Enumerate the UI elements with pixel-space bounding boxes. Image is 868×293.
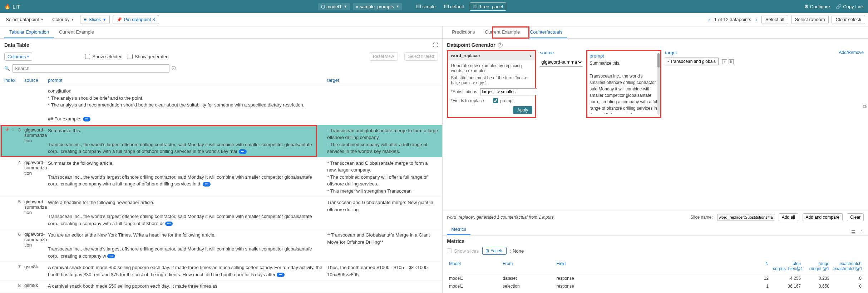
fields-label: *Fields to replace xyxy=(451,98,490,103)
layout-three-panel[interactable]: three_panel xyxy=(470,3,507,11)
generator-status-text: word_replacer: generated 1 counterfactua… xyxy=(447,215,686,220)
help-icon[interactable]: ? xyxy=(498,43,503,48)
substitutions-label: *Substitutions xyxy=(451,89,477,94)
source-dropdown[interactable]: gigaword-summarization xyxy=(540,58,583,67)
prev-datapoint-button[interactable]: ‹ xyxy=(707,17,711,23)
generator-target: target Add/Remove ＋ 🗑 xyxy=(665,50,864,118)
left-tabs: Tabular Exploration Current Example xyxy=(0,26,442,39)
table-row[interactable]: 7 gsm8k A carnival snack booth made $50 … xyxy=(0,262,442,280)
slice-name-input[interactable] xyxy=(717,214,774,220)
table-row[interactable]: 8 gsm8k A carnival snack booth made $50 … xyxy=(0,280,442,292)
generator-body: word_replacer ▲ Generate new examples by… xyxy=(443,50,868,118)
info-icon[interactable]: ⓘ xyxy=(172,65,176,71)
substitutions-input[interactable] xyxy=(480,88,537,95)
layout-simple[interactable]: simple xyxy=(414,3,439,10)
generator-prompt-box: prompt Summarize this. Transocean inc., … xyxy=(586,50,661,118)
add-all-button[interactable]: Add all xyxy=(779,213,798,221)
clear-selection-button[interactable]: Clear selecti xyxy=(832,15,865,24)
table-row-selected[interactable]: 📌☆3 gigaword-summarization Summarize thi… xyxy=(0,125,442,158)
secondary-toolbar: Select datapoint ▼ Color by ▼ ≡ Slices ▾… xyxy=(0,13,868,26)
reset-view-button[interactable]: Reset view xyxy=(369,52,398,61)
show-selected-checkbox[interactable]: Show selected xyxy=(85,54,123,59)
table-row[interactable]: 4 gigaword-summarization Summarize the f… xyxy=(0,158,442,197)
model-dropdown[interactable]: ⬡ model1 ▼ xyxy=(318,3,350,10)
pin-icon[interactable]: 📌 xyxy=(4,127,10,132)
table-header: index source prompt target xyxy=(0,75,442,85)
right-pane: Predictions Current Example Counterfactu… xyxy=(443,26,868,293)
data-table-title: Data Table ⛶ xyxy=(0,39,442,50)
select-datapoint-dropdown[interactable]: Select datapoint ▼ xyxy=(3,15,46,24)
hamburger-icon[interactable]: ☰ xyxy=(851,229,856,235)
table-row[interactable]: 6 gigaword-summarization You are an edit… xyxy=(0,229,442,262)
more-icon[interactable]: ••• xyxy=(165,222,173,226)
color-by-dropdown[interactable]: Color by ▼ xyxy=(49,15,77,24)
metrics-body: Metrics Show slices ⊞ Facets : None Mode… xyxy=(443,235,868,293)
more-icon[interactable]: ••• xyxy=(107,254,115,259)
facets-button[interactable]: ⊞ Facets xyxy=(482,247,507,255)
clear-generated-button[interactable]: Clear xyxy=(847,213,864,221)
apply-button[interactable]: Apply xyxy=(513,106,532,114)
app-name: LIT xyxy=(13,4,20,10)
fields-prompt-checkbox[interactable]: prompt xyxy=(493,98,532,103)
col-source[interactable]: source xyxy=(24,78,48,83)
app-header: 🔥 LIT ⬡ model1 ▼ ≡ sample_prompts ▼ simp… xyxy=(0,0,868,13)
add-field-icon[interactable]: ＋ xyxy=(722,59,727,64)
metrics-title: Metrics xyxy=(447,238,864,244)
layout-default[interactable]: default xyxy=(442,3,467,10)
generator-prompt-text[interactable]: Summarize this. Transocean inc., the wor… xyxy=(590,60,658,114)
flame-icon: 🔥 xyxy=(4,4,10,9)
pin-datapoint-button[interactable]: 📌Pin datapoint 3 xyxy=(113,15,159,24)
chevron-up-icon: ▲ xyxy=(529,54,532,58)
pin-icon: 📌 xyxy=(117,17,122,22)
slices-button[interactable]: ≡ Slices ▾ xyxy=(80,15,110,24)
generator-title: Datapoint Generator ? xyxy=(443,39,868,50)
tab-tabular-exploration[interactable]: Tabular Exploration xyxy=(4,26,54,38)
table-row[interactable]: constitution * The analysis should be br… xyxy=(0,85,442,125)
tab-metrics[interactable]: Metrics xyxy=(447,224,470,235)
star-icon[interactable]: ☆ xyxy=(11,127,15,132)
remove-field-icon[interactable]: 🗑 xyxy=(729,59,734,64)
copy-link-button[interactable]: Copy Link xyxy=(836,4,864,9)
metrics-row: model1 dataset response 12 4.255 0.233 0 xyxy=(447,274,864,282)
tab-counterfactuals[interactable]: Counterfactuals xyxy=(525,26,567,38)
tab-current-example[interactable]: Current Example xyxy=(54,26,99,38)
columns-dropdown[interactable]: Columns ▾ xyxy=(4,53,32,61)
generator-source: source gigaword-summarization xyxy=(540,50,583,118)
word-replacer-panel: word_replacer ▲ Generate new examples by… xyxy=(447,50,536,118)
show-generated-checkbox[interactable]: Show generated xyxy=(128,54,169,59)
left-pane: Tabular Exploration Current Example Data… xyxy=(0,26,443,293)
add-remove-link[interactable]: Add/Remove xyxy=(839,50,864,55)
select-filtered-button[interactable]: Select filtered xyxy=(404,52,438,61)
more-icon[interactable]: ••• xyxy=(277,273,284,277)
col-index[interactable]: index xyxy=(4,78,24,83)
more-icon[interactable]: ••• xyxy=(203,182,210,187)
configure-button[interactable]: Configure xyxy=(804,4,830,9)
more-icon[interactable]: ••• xyxy=(239,149,246,154)
next-datapoint-button[interactable]: › xyxy=(754,17,759,23)
metrics-tabs: Metrics ☰ ⇩ xyxy=(443,224,868,235)
search-input[interactable] xyxy=(12,64,169,73)
search-icon: 🔍 xyxy=(4,66,10,71)
table-row[interactable]: 5 gigaword-summarization Write a headlin… xyxy=(0,197,442,229)
expand-icon[interactable]: ⛶ xyxy=(433,42,438,48)
data-table-controls: Columns ▾ Show selected Show generated R… xyxy=(0,50,442,63)
download-icon[interactable]: ⇩ xyxy=(859,229,864,235)
copy-icon[interactable]: ⧉ xyxy=(863,104,867,110)
metrics-header: Model From Field N bleu corpus_bleu@1 ro… xyxy=(447,258,864,274)
more-icon[interactable]: ••• xyxy=(83,117,90,121)
show-slices-checkbox[interactable]: Show slices xyxy=(447,248,479,254)
select-all-button[interactable]: Select all xyxy=(761,15,788,24)
data-table: index source prompt target constitution … xyxy=(0,75,442,293)
dataset-dropdown[interactable]: ≡ sample_prompts ▼ xyxy=(353,3,403,10)
col-prompt[interactable]: prompt xyxy=(48,78,327,83)
col-target[interactable]: target xyxy=(327,78,438,83)
generator-status-row: word_replacer: generated 1 counterfactua… xyxy=(443,210,868,224)
datapoint-counter: 1 of 12 datapoints xyxy=(714,17,751,22)
add-and-compare-button[interactable]: Add and compare xyxy=(803,213,843,221)
select-random-button[interactable]: Select random xyxy=(791,15,829,24)
target-input[interactable] xyxy=(665,58,719,65)
tab-predictions[interactable]: Predictions xyxy=(447,26,480,38)
word-replacer-header[interactable]: word_replacer ▲ xyxy=(448,51,535,60)
metrics-row: model1 selection response 1 36.167 0.658… xyxy=(447,282,864,290)
tab-current-example-right[interactable]: Current Example xyxy=(480,26,525,38)
